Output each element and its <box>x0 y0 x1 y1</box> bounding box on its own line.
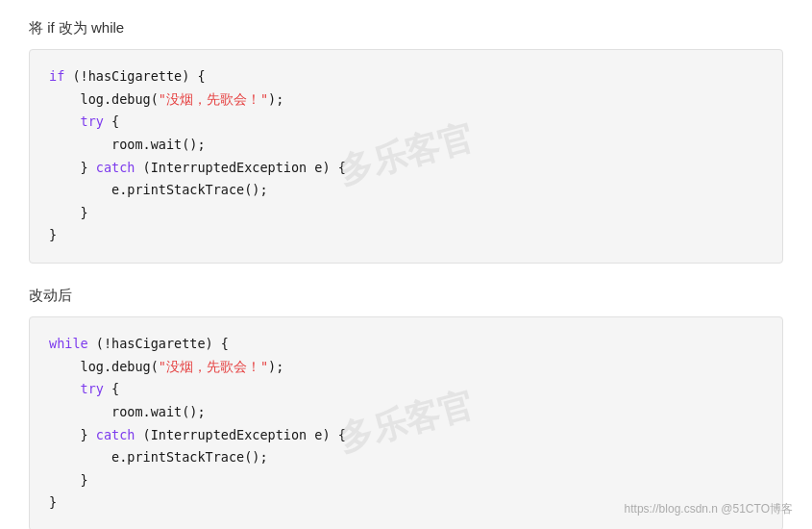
code-line: } <box>49 469 763 492</box>
code-line: while (!hasCigarette) { <box>49 333 763 356</box>
code-line: room.wait(); <box>49 401 763 424</box>
code-line: try { <box>49 378 763 401</box>
code-line: } catch (InterruptedException e) { <box>49 157 763 180</box>
code-line: room.wait(); <box>49 134 763 157</box>
code-line: log.debug("没烟，先歌会！"); <box>49 356 763 379</box>
code-line: } <box>49 224 763 247</box>
code-line: e.printStackTrace(); <box>49 446 763 469</box>
code-line: e.printStackTrace(); <box>49 179 763 202</box>
code-line: if (!hasCigarette) { <box>49 65 763 88</box>
section1-title: 将 if 改为 while <box>29 19 783 38</box>
code-line: } <box>49 491 763 515</box>
code-block-2: 多乐客官 while (!hasCigarette) { log.debug("… <box>29 316 783 529</box>
code-line: try { <box>49 111 763 134</box>
section2-title: 改动后 <box>29 287 783 305</box>
code-line: } <box>49 202 763 225</box>
code-block-1: 多乐客官 if (!hasCigarette) { log.debug("没烟，… <box>29 49 783 264</box>
code-line: } catch (InterruptedException e) { <box>49 424 763 447</box>
code-line: log.debug("没烟，先歌会！"); <box>49 88 763 112</box>
